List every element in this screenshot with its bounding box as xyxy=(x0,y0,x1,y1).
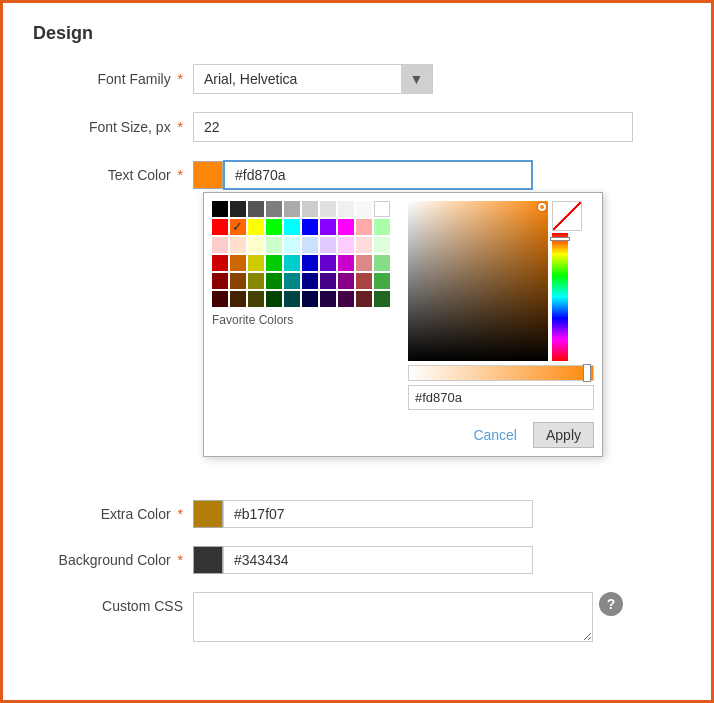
text-color-input[interactable] xyxy=(223,160,533,190)
swatch-cell[interactable] xyxy=(302,255,318,271)
apply-button[interactable]: Apply xyxy=(533,422,594,448)
favorite-colors-label: Favorite Colors xyxy=(212,313,402,327)
swatch-cell[interactable] xyxy=(320,291,336,307)
swatch-cell[interactable] xyxy=(230,237,246,253)
font-size-label: Font Size, px * xyxy=(33,119,193,135)
swatch-cell[interactable] xyxy=(230,255,246,271)
swatch-cell[interactable] xyxy=(266,237,282,253)
extra-color-input[interactable] xyxy=(223,500,533,528)
swatch-cell[interactable] xyxy=(248,273,264,289)
swatches-section: Favorite Colors xyxy=(212,201,402,448)
swatch-cell[interactable] xyxy=(302,273,318,289)
swatch-cell[interactable] xyxy=(356,219,372,235)
swatch-cell[interactable] xyxy=(320,219,336,235)
extra-color-inline xyxy=(193,500,533,528)
swatch-cell[interactable] xyxy=(248,219,264,235)
swatch-cell[interactable] xyxy=(356,273,372,289)
swatch-cell[interactable] xyxy=(338,237,354,253)
font-size-input[interactable] xyxy=(193,112,633,142)
color-picker-inner: Favorite Colors xyxy=(212,201,594,448)
swatch-cell[interactable] xyxy=(266,201,282,217)
swatch-cell[interactable] xyxy=(212,273,228,289)
font-family-select-wrapper: Arial, Helvetica Times New Roman Georgia… xyxy=(193,64,433,94)
alpha-thumb xyxy=(583,364,591,382)
swatch-cell[interactable] xyxy=(356,255,372,271)
background-color-input[interactable] xyxy=(223,546,533,574)
hue-thumb xyxy=(550,237,570,241)
swatch-cell[interactable] xyxy=(212,237,228,253)
swatch-cell[interactable] xyxy=(338,201,354,217)
swatch-cell[interactable] xyxy=(374,237,390,253)
swatch-cell[interactable] xyxy=(284,237,300,253)
required-star-4: * xyxy=(178,506,183,522)
swatch-cell[interactable] xyxy=(212,201,228,217)
swatch-cell[interactable] xyxy=(248,255,264,271)
alpha-bar[interactable] xyxy=(408,365,594,381)
color-gradient-box[interactable] xyxy=(408,201,548,361)
custom-css-input[interactable] xyxy=(193,592,593,642)
swatch-cell[interactable] xyxy=(266,273,282,289)
swatch-cell[interactable] xyxy=(374,201,390,217)
swatch-cell[interactable] xyxy=(284,273,300,289)
extra-color-swatch[interactable] xyxy=(193,500,223,528)
swatch-cell[interactable] xyxy=(356,201,372,217)
swatch-cell[interactable] xyxy=(212,291,228,307)
swatch-cell[interactable] xyxy=(302,237,318,253)
panel-title: Design xyxy=(33,23,681,44)
swatch-cell[interactable] xyxy=(212,219,228,235)
swatch-cell-checked[interactable] xyxy=(230,219,246,235)
gradient-dark-overlay xyxy=(408,201,548,361)
picker-actions: Cancel Apply xyxy=(408,422,594,448)
swatch-cell[interactable] xyxy=(338,291,354,307)
required-star-3: * xyxy=(178,167,183,183)
swatch-cell[interactable] xyxy=(356,237,372,253)
swatch-cell[interactable] xyxy=(248,291,264,307)
extra-color-row: Extra Color * xyxy=(33,500,681,528)
swatch-cell[interactable] xyxy=(248,201,264,217)
swatch-cell[interactable] xyxy=(248,237,264,253)
background-color-label: Background Color * xyxy=(33,552,193,568)
swatch-cell[interactable] xyxy=(356,291,372,307)
swatch-cell[interactable] xyxy=(374,291,390,307)
swatch-cell[interactable] xyxy=(284,219,300,235)
cancel-button[interactable]: Cancel xyxy=(465,423,525,447)
swatch-cell[interactable] xyxy=(230,201,246,217)
no-color-box[interactable] xyxy=(552,201,582,231)
help-icon[interactable]: ? xyxy=(599,592,623,616)
swatch-cell[interactable] xyxy=(284,255,300,271)
swatch-cell[interactable] xyxy=(230,291,246,307)
font-family-select[interactable]: Arial, Helvetica Times New Roman Georgia… xyxy=(193,64,433,94)
swatch-cell[interactable] xyxy=(320,273,336,289)
swatch-cell[interactable] xyxy=(320,201,336,217)
swatch-cell[interactable] xyxy=(230,273,246,289)
font-size-row: Font Size, px * xyxy=(33,112,681,142)
swatch-cell[interactable] xyxy=(266,219,282,235)
swatch-cell[interactable] xyxy=(320,255,336,271)
hue-slider[interactable] xyxy=(552,233,568,361)
swatch-cell[interactable] xyxy=(338,255,354,271)
required-star-2: * xyxy=(178,119,183,135)
swatch-cell[interactable] xyxy=(266,255,282,271)
text-color-swatch[interactable] xyxy=(193,161,223,189)
color-hex-input[interactable] xyxy=(408,385,594,410)
swatch-cell[interactable] xyxy=(374,273,390,289)
custom-css-label: Custom CSS xyxy=(33,592,193,614)
swatch-cell[interactable] xyxy=(302,219,318,235)
swatch-cell[interactable] xyxy=(374,255,390,271)
swatch-cell[interactable] xyxy=(284,291,300,307)
swatch-cell[interactable] xyxy=(266,291,282,307)
swatch-cell[interactable] xyxy=(302,201,318,217)
swatch-cell[interactable] xyxy=(212,255,228,271)
swatch-cell[interactable] xyxy=(338,273,354,289)
background-color-swatch[interactable] xyxy=(193,546,223,574)
background-color-row: Background Color * xyxy=(33,546,681,574)
text-color-row: Text Color * xyxy=(33,160,681,190)
custom-css-row: Custom CSS ? xyxy=(33,592,681,642)
swatch-cell[interactable] xyxy=(284,201,300,217)
swatch-cell[interactable] xyxy=(338,219,354,235)
design-panel: Design Font Family * Arial, Helvetica Ti… xyxy=(0,0,714,703)
font-family-label: Font Family * xyxy=(33,71,193,87)
swatch-cell[interactable] xyxy=(374,219,390,235)
swatch-cell[interactable] xyxy=(320,237,336,253)
swatch-cell[interactable] xyxy=(302,291,318,307)
